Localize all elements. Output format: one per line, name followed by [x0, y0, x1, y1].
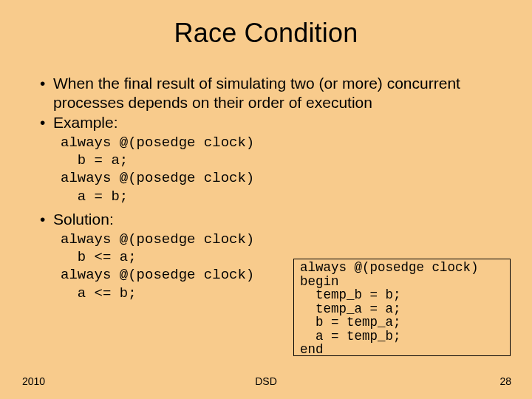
- bullet-example: Example:: [40, 113, 504, 132]
- bullet-list: When the final result of simulating two …: [28, 74, 504, 132]
- slide: Race Condition When the final result of …: [0, 0, 532, 399]
- code-box-alternative: always @(posedge clock) begin temp_b = b…: [293, 259, 511, 356]
- bullet-definition: When the final result of simulating two …: [40, 74, 504, 112]
- page-title: Race Condition: [28, 18, 504, 49]
- code-example: always @(posedge clock) b = a; always @(…: [61, 134, 504, 205]
- bullet-list-2: Solution:: [28, 210, 504, 229]
- footer-page-number: 28: [499, 375, 511, 387]
- footer-label: DSD: [0, 375, 532, 387]
- bullet-solution: Solution:: [40, 210, 504, 229]
